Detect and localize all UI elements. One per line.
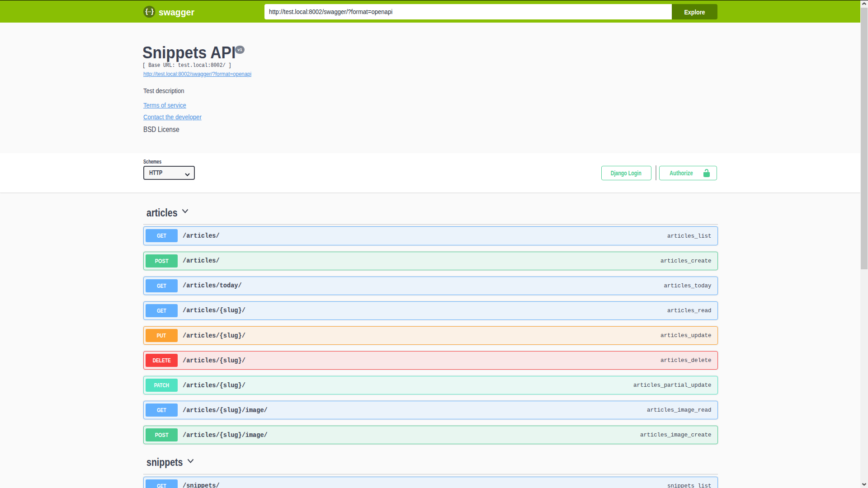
svg-text:}: } [151, 8, 154, 15]
svg-text:{: { [146, 8, 148, 15]
